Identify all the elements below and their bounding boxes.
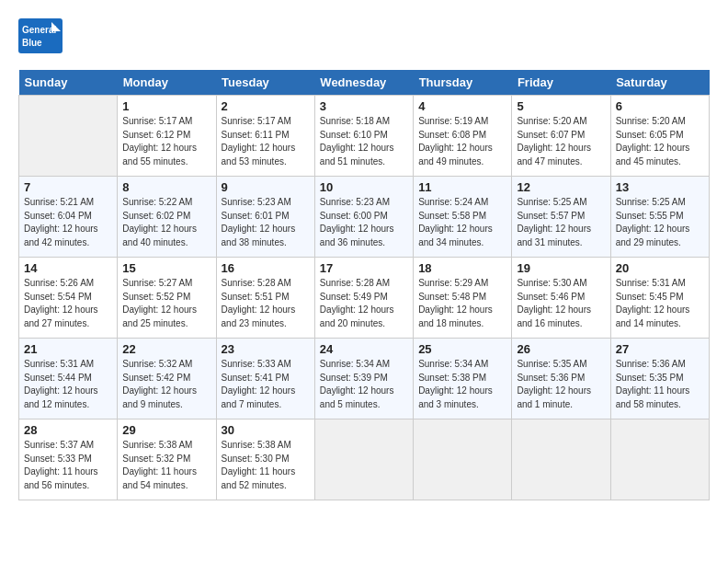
day-info: Sunrise: 5:19 AM Sunset: 6:08 PM Dayligh…: [418, 115, 506, 168]
day-number: 13: [616, 180, 704, 194]
day-info: Sunrise: 5:38 AM Sunset: 5:32 PM Dayligh…: [122, 439, 210, 492]
day-cell: 30Sunrise: 5:38 AM Sunset: 5:30 PM Dayli…: [216, 419, 314, 500]
weekday-header-wednesday: Wednesday: [314, 70, 413, 96]
day-cell: 7Sunrise: 5:21 AM Sunset: 6:04 PM Daylig…: [19, 177, 118, 258]
weekday-header-tuesday: Tuesday: [216, 70, 314, 96]
day-info: Sunrise: 5:37 AM Sunset: 5:33 PM Dayligh…: [24, 439, 112, 492]
day-info: Sunrise: 5:34 AM Sunset: 5:39 PM Dayligh…: [320, 358, 408, 411]
day-number: 29: [122, 423, 210, 437]
day-cell: 22Sunrise: 5:32 AM Sunset: 5:42 PM Dayli…: [118, 339, 216, 419]
day-number: 25: [418, 342, 506, 356]
day-info: Sunrise: 5:22 AM Sunset: 6:02 PM Dayligh…: [122, 196, 210, 249]
day-cell: 26Sunrise: 5:35 AM Sunset: 5:36 PM Dayli…: [512, 339, 610, 419]
day-cell: [414, 419, 512, 500]
svg-rect-0: [18, 18, 63, 53]
day-info: Sunrise: 5:18 AM Sunset: 6:10 PM Dayligh…: [320, 115, 408, 168]
day-cell: 20Sunrise: 5:31 AM Sunset: 5:45 PM Dayli…: [610, 258, 709, 339]
day-info: Sunrise: 5:17 AM Sunset: 6:11 PM Dayligh…: [222, 115, 310, 168]
day-cell: [610, 419, 709, 500]
day-number: 4: [418, 99, 506, 113]
day-info: Sunrise: 5:25 AM Sunset: 5:57 PM Dayligh…: [517, 196, 605, 249]
day-cell: 11Sunrise: 5:24 AM Sunset: 5:58 PM Dayli…: [414, 177, 512, 258]
day-number: 30: [222, 423, 310, 437]
day-number: 21: [24, 342, 112, 356]
day-cell: 23Sunrise: 5:33 AM Sunset: 5:41 PM Dayli…: [216, 339, 314, 419]
day-info: Sunrise: 5:31 AM Sunset: 5:44 PM Dayligh…: [24, 358, 112, 411]
day-number: 6: [616, 99, 704, 113]
day-info: Sunrise: 5:25 AM Sunset: 5:55 PM Dayligh…: [616, 196, 704, 249]
day-info: Sunrise: 5:34 AM Sunset: 5:38 PM Dayligh…: [418, 358, 506, 411]
day-cell: 5Sunrise: 5:20 AM Sunset: 6:07 PM Daylig…: [512, 96, 610, 177]
day-number: 15: [122, 261, 210, 275]
day-number: 8: [122, 180, 210, 194]
day-number: 5: [517, 99, 605, 113]
day-cell: 6Sunrise: 5:20 AM Sunset: 6:05 PM Daylig…: [610, 96, 709, 177]
weekday-header-thursday: Thursday: [414, 70, 512, 96]
week-row-2: 7Sunrise: 5:21 AM Sunset: 6:04 PM Daylig…: [19, 177, 710, 258]
day-cell: 28Sunrise: 5:37 AM Sunset: 5:33 PM Dayli…: [19, 419, 118, 500]
day-cell: 14Sunrise: 5:26 AM Sunset: 5:54 PM Dayli…: [19, 258, 118, 339]
day-info: Sunrise: 5:38 AM Sunset: 5:30 PM Dayligh…: [222, 439, 310, 492]
day-info: Sunrise: 5:27 AM Sunset: 5:52 PM Dayligh…: [122, 277, 210, 330]
day-info: Sunrise: 5:17 AM Sunset: 6:12 PM Dayligh…: [122, 115, 210, 168]
day-cell: [19, 96, 118, 177]
day-info: Sunrise: 5:26 AM Sunset: 5:54 PM Dayligh…: [24, 277, 112, 330]
page-header: General Blue: [18, 18, 710, 55]
day-info: Sunrise: 5:35 AM Sunset: 5:36 PM Dayligh…: [517, 358, 605, 411]
day-number: 26: [517, 342, 605, 356]
day-info: Sunrise: 5:36 AM Sunset: 5:35 PM Dayligh…: [616, 358, 704, 411]
day-info: Sunrise: 5:28 AM Sunset: 5:51 PM Dayligh…: [222, 277, 310, 330]
week-row-5: 28Sunrise: 5:37 AM Sunset: 5:33 PM Dayli…: [19, 419, 710, 500]
day-cell: 16Sunrise: 5:28 AM Sunset: 5:51 PM Dayli…: [216, 258, 314, 339]
day-number: 18: [418, 261, 506, 275]
day-number: 28: [24, 423, 112, 437]
calendar-header: SundayMondayTuesdayWednesdayThursdayFrid…: [19, 70, 710, 96]
day-cell: 21Sunrise: 5:31 AM Sunset: 5:44 PM Dayli…: [19, 339, 118, 419]
day-number: 1: [122, 99, 210, 113]
logo-svg: General Blue: [18, 18, 64, 55]
weekday-header-monday: Monday: [118, 70, 216, 96]
day-number: 20: [616, 261, 704, 275]
week-row-3: 14Sunrise: 5:26 AM Sunset: 5:54 PM Dayli…: [19, 258, 710, 339]
calendar-body: 1Sunrise: 5:17 AM Sunset: 6:12 PM Daylig…: [19, 96, 710, 500]
weekday-header-friday: Friday: [512, 70, 610, 96]
day-cell: 8Sunrise: 5:22 AM Sunset: 6:02 PM Daylig…: [118, 177, 216, 258]
day-cell: 3Sunrise: 5:18 AM Sunset: 6:10 PM Daylig…: [314, 96, 413, 177]
day-info: Sunrise: 5:24 AM Sunset: 5:58 PM Dayligh…: [418, 196, 506, 249]
day-cell: 9Sunrise: 5:23 AM Sunset: 6:01 PM Daylig…: [216, 177, 314, 258]
day-cell: [512, 419, 610, 500]
header-row: SundayMondayTuesdayWednesdayThursdayFrid…: [19, 70, 710, 96]
day-info: Sunrise: 5:23 AM Sunset: 6:00 PM Dayligh…: [320, 196, 408, 249]
day-info: Sunrise: 5:21 AM Sunset: 6:04 PM Dayligh…: [24, 196, 112, 249]
week-row-4: 21Sunrise: 5:31 AM Sunset: 5:44 PM Dayli…: [19, 339, 710, 419]
day-cell: 18Sunrise: 5:29 AM Sunset: 5:48 PM Dayli…: [414, 258, 512, 339]
day-number: 10: [320, 180, 408, 194]
day-cell: 13Sunrise: 5:25 AM Sunset: 5:55 PM Dayli…: [610, 177, 709, 258]
day-cell: 1Sunrise: 5:17 AM Sunset: 6:12 PM Daylig…: [118, 96, 216, 177]
day-info: Sunrise: 5:33 AM Sunset: 5:41 PM Dayligh…: [222, 358, 310, 411]
day-cell: 25Sunrise: 5:34 AM Sunset: 5:38 PM Dayli…: [414, 339, 512, 419]
calendar-table: SundayMondayTuesdayWednesdayThursdayFrid…: [18, 70, 710, 500]
day-info: Sunrise: 5:23 AM Sunset: 6:01 PM Dayligh…: [222, 196, 310, 249]
day-cell: 29Sunrise: 5:38 AM Sunset: 5:32 PM Dayli…: [118, 419, 216, 500]
day-cell: 12Sunrise: 5:25 AM Sunset: 5:57 PM Dayli…: [512, 177, 610, 258]
day-number: 23: [222, 342, 310, 356]
day-number: 16: [222, 261, 310, 275]
day-cell: 24Sunrise: 5:34 AM Sunset: 5:39 PM Dayli…: [314, 339, 413, 419]
day-number: 12: [517, 180, 605, 194]
svg-text:General: General: [22, 25, 56, 35]
day-info: Sunrise: 5:29 AM Sunset: 5:48 PM Dayligh…: [418, 277, 506, 330]
logo: General Blue: [18, 18, 64, 55]
day-cell: 27Sunrise: 5:36 AM Sunset: 5:35 PM Dayli…: [610, 339, 709, 419]
day-cell: 10Sunrise: 5:23 AM Sunset: 6:00 PM Dayli…: [314, 177, 413, 258]
day-cell: 15Sunrise: 5:27 AM Sunset: 5:52 PM Dayli…: [118, 258, 216, 339]
day-info: Sunrise: 5:31 AM Sunset: 5:45 PM Dayligh…: [616, 277, 704, 330]
day-cell: 2Sunrise: 5:17 AM Sunset: 6:11 PM Daylig…: [216, 96, 314, 177]
day-number: 7: [24, 180, 112, 194]
day-number: 3: [320, 99, 408, 113]
day-cell: 4Sunrise: 5:19 AM Sunset: 6:08 PM Daylig…: [414, 96, 512, 177]
day-info: Sunrise: 5:28 AM Sunset: 5:49 PM Dayligh…: [320, 277, 408, 330]
day-number: 22: [122, 342, 210, 356]
day-number: 9: [222, 180, 310, 194]
day-number: 11: [418, 180, 506, 194]
